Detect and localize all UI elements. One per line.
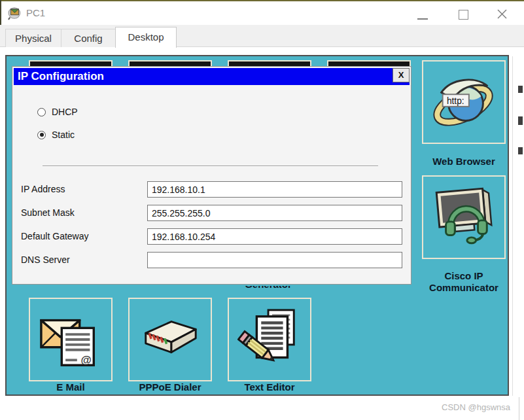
web-browser-label: Web Browser (415, 156, 513, 167)
tab-physical[interactable]: Physical (5, 29, 61, 47)
default-gateway-input[interactable] (147, 228, 402, 245)
static-radio-label: Static (52, 130, 75, 140)
desktop-panel: http: Web Browser Cisco IP Communi (5, 55, 509, 396)
watermark: CSDN @hgswnsa (379, 402, 510, 412)
pppoe-dialer-label: PPPoE Dialer (121, 381, 219, 393)
tab-desktop[interactable]: Desktop (115, 27, 177, 48)
cropped-text-fragment (518, 86, 523, 93)
svg-text:http:: http: (447, 96, 464, 106)
maximize-button[interactable] (449, 1, 478, 26)
static-radio[interactable] (37, 131, 46, 139)
dhcp-radio-row: DHCP (37, 107, 78, 117)
ip-address-label: IP Address (21, 181, 139, 198)
envelope-letter-icon: @ (39, 304, 103, 375)
dialer-device-icon (138, 304, 202, 375)
subnet-mask-input[interactable] (147, 205, 402, 221)
text-editor-label: Text Editor (220, 381, 319, 393)
pc1-window: PC1 Physical Config Desktop (0, 0, 524, 420)
dialog-title: IP Configuration (18, 70, 104, 83)
email-icon-button[interactable]: @ (29, 298, 113, 381)
dns-server-label: DNS Server (21, 252, 139, 268)
dns-server-input[interactable] (147, 252, 402, 268)
monitor-headset-icon (432, 182, 496, 253)
close-button[interactable] (488, 1, 517, 26)
window-title: PC1 (26, 7, 45, 18)
hidden-traffic-generator-label: Generator (226, 286, 310, 290)
pppoe-dialer-icon-button[interactable] (128, 298, 212, 381)
ip-configuration-dialog: IP Configuration X DHCP Static IP Addres… (12, 66, 411, 285)
email-label: E Mail (22, 381, 120, 393)
static-radio-row: Static (37, 130, 75, 140)
minimize-icon (417, 18, 428, 20)
svg-text:@: @ (80, 354, 91, 366)
subnet-mask-label: Subnet Mask (21, 205, 139, 221)
minimize-button[interactable] (408, 1, 437, 26)
dialog-separator (43, 166, 378, 166)
dhcp-radio-label: DHCP (52, 107, 78, 117)
dhcp-radio[interactable] (37, 108, 46, 116)
tab-bar: Physical Config Desktop (0, 25, 524, 47)
cropped-text-fragment (518, 147, 523, 154)
packet-tracer-logo-icon (8, 6, 22, 20)
close-icon (497, 9, 507, 19)
maximize-icon (459, 10, 468, 20)
right-edge-line (512, 56, 513, 396)
pencil-paper-icon (237, 304, 302, 375)
ip-address-input[interactable] (147, 181, 402, 198)
cisco-ip-communicator-label: Cisco IP Communicator (415, 270, 513, 294)
cisco-ip-communicator-icon-button[interactable] (422, 175, 506, 259)
web-browser-globe-icon: http: (432, 67, 496, 137)
web-browser-icon-button[interactable]: http: (422, 60, 506, 144)
cropped-text-fragment (518, 116, 523, 125)
tab-config[interactable]: Config (61, 29, 116, 47)
default-gateway-label: Default Gateway (21, 228, 139, 245)
text-editor-icon-button[interactable] (228, 298, 311, 381)
window-titlebar: PC1 (1, 1, 524, 25)
dialog-close-button[interactable]: X (393, 68, 410, 82)
dialog-titlebar[interactable]: IP Configuration (14, 68, 410, 85)
right-edge-line-bottom (519, 397, 519, 420)
